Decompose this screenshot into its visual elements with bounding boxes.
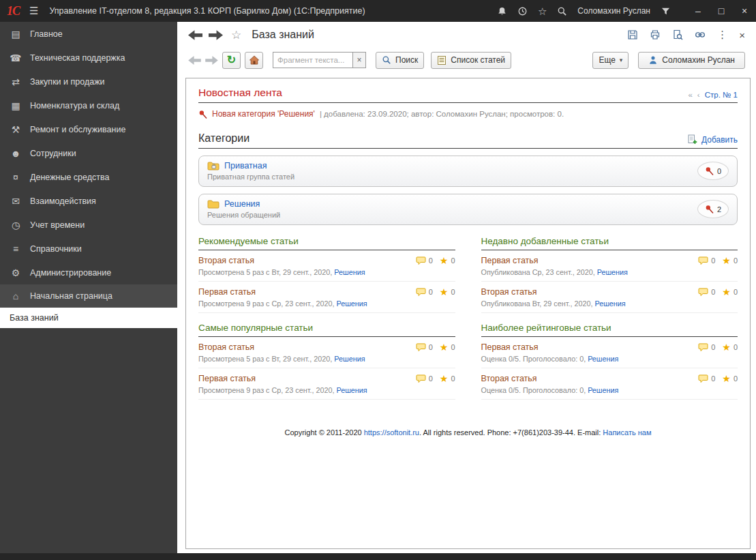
category-link[interactable]: Решения [597, 268, 628, 276]
minimize-button[interactable]: – [686, 0, 710, 22]
maximize-button[interactable]: □ [710, 0, 733, 22]
section-title: Рекомендуемые статьи [198, 236, 455, 250]
email-link[interactable]: Написать нам [603, 428, 651, 437]
notifications-bell-icon[interactable] [497, 6, 507, 16]
pin-counter[interactable]: 0 [697, 162, 729, 180]
sidebar-item-main[interactable]: ▤ Главное [0, 22, 177, 46]
article-link[interactable]: Первая статья [481, 342, 539, 352]
sidebar-item-label: Техническая поддержка [30, 53, 125, 63]
add-favorite-star-icon[interactable]: ☆ [231, 29, 241, 41]
favorites-star-icon[interactable]: ☆ [538, 6, 547, 16]
clear-search-button[interactable]: × [353, 52, 366, 68]
sidebar-item-label: База знаний [10, 313, 59, 323]
article-row: Первая статья 0 ★ 0 Просмотре [198, 368, 455, 400]
comments-icon [698, 343, 708, 352]
pager-prev-icon[interactable]: ‹ [697, 91, 700, 99]
main-menu-icon[interactable]: ☰ [29, 5, 38, 17]
rating-star-icon: ★ [722, 342, 731, 352]
article-row: Вторая статья 0 ★ 0 Просмотре [198, 337, 455, 368]
category-name-link[interactable]: Решения [224, 199, 260, 209]
nav-back-button[interactable] [188, 56, 201, 65]
print-icon[interactable] [650, 29, 661, 40]
category-link[interactable]: Решения [336, 299, 367, 308]
site-link[interactable]: https://softonit.ru [364, 428, 419, 437]
article-row: Первая статья 0 ★ 0 Опубликов [481, 250, 738, 282]
search-input[interactable] [273, 52, 353, 68]
window-titlebar: 1С ☰ Управление IT-отделом 8, редакция 3… [0, 0, 756, 22]
category-name-link[interactable]: Приватная [224, 161, 267, 171]
print-preview-icon[interactable] [672, 29, 683, 40]
category-link[interactable]: Решения [594, 299, 625, 308]
sidebar-filler [0, 328, 177, 553]
article-meta: Просмотрена 5 раз с Вт, 29 сент., 2020, … [198, 355, 455, 363]
sidebar-item-label: Администрирование [30, 268, 111, 278]
close-window-button[interactable]: × [733, 0, 756, 22]
search-button[interactable]: Поиск [376, 52, 424, 69]
knowledge-base-panel: Новостная лента « ‹ Стр. № 1 Новая катег… [185, 78, 751, 549]
news-feed-title: Новостная лента [198, 87, 282, 99]
more-button[interactable]: Еще ▾ [592, 52, 629, 69]
article-link[interactable]: Первая статья [481, 256, 539, 265]
page-number-link[interactable]: Стр. № 1 [705, 91, 738, 99]
rating-count: 0 [451, 288, 455, 296]
add-category-button[interactable]: Добавить [688, 134, 738, 145]
save-icon[interactable] [627, 29, 638, 40]
rating-star-icon: ★ [440, 287, 449, 297]
article-link[interactable]: Вторая статья [198, 256, 254, 265]
section-title: Самые популярные статьи [198, 323, 455, 337]
content-wrapper: Новостная лента « ‹ Стр. № 1 Новая катег… [177, 72, 756, 553]
user-settings-funnel-icon[interactable] [661, 6, 671, 16]
sidebar-item-label: Ремонт и обслуживание [30, 125, 125, 134]
sidebar-item-interactions[interactable]: ✉ Взаимодействия [0, 189, 177, 213]
article-link[interactable]: Вторая статья [481, 374, 537, 383]
close-form-button[interactable]: × [739, 29, 745, 41]
category-link[interactable]: Решения [588, 355, 618, 363]
article-list-icon [437, 55, 447, 65]
more-button-label: Еще [599, 55, 615, 65]
user-menu-button[interactable]: Соломахин Руслан [638, 52, 745, 69]
money-icon: ¤ [10, 172, 22, 183]
form-toolbar: ↻ × Поиск Список статей [177, 48, 756, 72]
article-meta: Просмотрена 5 раз с Вт, 29 сент., 2020, … [198, 268, 455, 276]
sidebar-item-home-page[interactable]: ⌂ Начальная страница [0, 284, 177, 308]
category-link[interactable]: Решения [336, 386, 367, 394]
sidebar-item-tech-support[interactable]: ☎ Техническая поддержка [0, 46, 177, 70]
news-item-link[interactable]: Новая категория 'Решения' [212, 109, 315, 119]
sidebar-item-knowledge-base[interactable]: База знаний [0, 308, 177, 328]
app-window: 1С ☰ Управление IT-отделом 8, редакция 3… [0, 0, 756, 560]
global-search-icon[interactable] [557, 6, 567, 16]
history-forward-button[interactable] [209, 30, 223, 40]
sidebar-item-purchases[interactable]: ⇄ Закупки и продажи [0, 70, 177, 93]
refresh-button[interactable]: ↻ [222, 52, 241, 69]
categories-title: Категории [198, 132, 250, 145]
sidebar-item-references[interactable]: ≡ Справочники [0, 237, 177, 261]
sidebar-item-money[interactable]: ¤ Денежные средства [0, 165, 177, 189]
get-link-icon[interactable] [695, 29, 706, 40]
more-menu-icon[interactable]: ⋮ [717, 29, 727, 41]
category-card: Решения Решения обращений 2 [198, 194, 738, 225]
sidebar-item-nomenclature[interactable]: ▦ Номенклатура и склад [0, 93, 177, 117]
sidebar-item-employees[interactable]: ☻ Сотрудники [0, 141, 177, 165]
article-link[interactable]: Первая статья [198, 374, 256, 383]
pager-first-icon[interactable]: « [688, 91, 692, 99]
purchases-icon: ⇄ [10, 76, 22, 87]
titlebar-user-name[interactable]: Соломахин Руслан [577, 6, 650, 16]
sidebar-item-repair[interactable]: ⚒ Ремонт и обслуживание [0, 117, 177, 141]
article-link[interactable]: Вторая статья [198, 342, 254, 352]
sidebar-item-label: Сотрудники [30, 149, 76, 158]
nav-forward-button[interactable] [205, 56, 218, 65]
pin-counter[interactable]: 2 [697, 200, 729, 218]
history-back-button[interactable] [188, 30, 202, 40]
article-meta: Опубликована Вт, 29 сент., 2020, Решения [481, 299, 738, 308]
home-button[interactable] [245, 52, 263, 69]
article-link[interactable]: Вторая статья [481, 287, 537, 297]
category-card: Приватная Приватная группа статей 0 [198, 156, 738, 187]
category-link[interactable]: Решения [334, 268, 365, 276]
category-link[interactable]: Решения [588, 386, 618, 394]
category-link[interactable]: Решения [334, 355, 365, 363]
article-link[interactable]: Первая статья [198, 287, 256, 297]
article-list-button[interactable]: Список статей [431, 52, 511, 69]
history-icon[interactable] [517, 6, 528, 16]
sidebar-item-administration[interactable]: ⚙ Администрирование [0, 261, 177, 284]
sidebar-item-time-tracking[interactable]: ◷ Учет времени [0, 213, 177, 237]
